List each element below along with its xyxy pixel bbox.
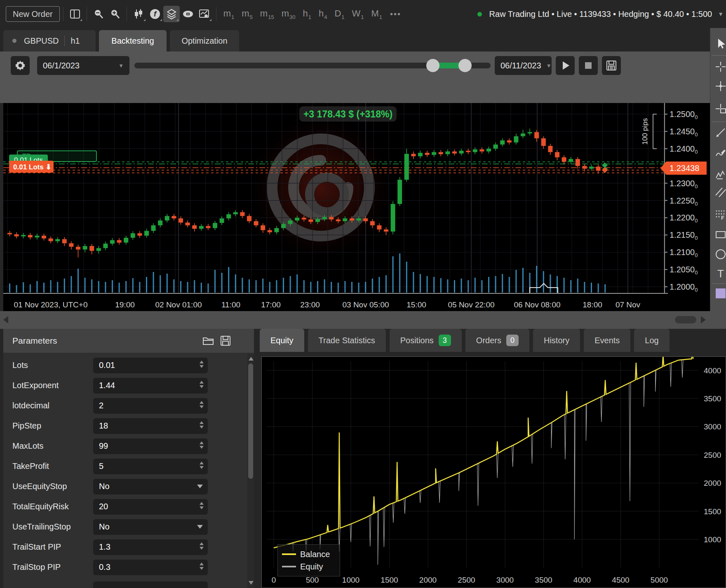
elliott-wave-icon[interactable]: [715, 169, 726, 184]
timeframe-M1[interactable]: M1: [371, 8, 383, 20]
new-order-button[interactable]: New Order: [6, 6, 60, 22]
tab-log[interactable]: Log: [634, 329, 669, 352]
spinner-arrows-icon[interactable]: [200, 421, 204, 429]
spinner-arrows-icon[interactable]: [200, 441, 204, 449]
scroll-right-icon[interactable]: [701, 316, 706, 323]
tab-trade-statistics[interactable]: Trade Statistics: [308, 329, 386, 352]
chart-scrollbar[interactable]: [0, 311, 726, 329]
param-select[interactable]: No: [93, 519, 208, 535]
stop-button[interactable]: [579, 56, 598, 75]
param-spinner[interactable]: 1.44: [93, 378, 208, 394]
save-button[interactable]: [602, 56, 621, 75]
param-spinner[interactable]: 1.3: [93, 539, 208, 555]
play-button[interactable]: [556, 56, 575, 75]
account-area[interactable]: Raw Trading Ltd • Live • 1139433 • Hedgi…: [477, 9, 724, 19]
svg-text:500: 500: [306, 576, 319, 584]
timeframe-h4[interactable]: h4: [319, 8, 327, 20]
param-spinner[interactable]: 99: [93, 438, 208, 454]
parameters-scrollbar[interactable]: [247, 354, 254, 588]
ruler-crosshair-icon[interactable]: [715, 103, 726, 118]
toolbar-separator: [127, 7, 127, 21]
spinner-arrows-icon[interactable]: [200, 461, 204, 469]
channel-icon[interactable]: [715, 186, 726, 201]
fibonacci-icon[interactable]: F: [715, 209, 726, 224]
timeframe-m15[interactable]: m15: [260, 8, 274, 20]
main-price-chart[interactable]: TP0.01 Lots0.01 Lots ⬇+3 178.43 $ (+318%…: [3, 103, 710, 311]
indicator-f-icon[interactable]: f: [147, 6, 163, 22]
toolbar-separator: [87, 7, 87, 21]
backtesting-control-panel: 06/1/2023 ▼ 06/11/2023 ▼ ✓ Visual Mode 0…: [0, 52, 710, 103]
trend-line-icon[interactable]: [715, 127, 726, 142]
equity-chart-container[interactable]: 0500100015002000250030003500400045005000…: [261, 356, 726, 588]
spinner-arrows-icon[interactable]: [200, 381, 204, 388]
watermark-logo: [244, 111, 397, 264]
parameter-partial-row: [93, 581, 208, 588]
spinner-arrows-icon[interactable]: [200, 542, 204, 550]
param-spinner[interactable]: 0.3: [93, 560, 208, 575]
scrollbar-thumb[interactable]: [675, 316, 696, 323]
param-spinner[interactable]: 18: [93, 418, 208, 434]
candlestick-chart-svg[interactable]: TP0.01 Lots0.01 Lots ⬇+3 178.43 $ (+318%…: [3, 103, 710, 311]
scroll-down-icon[interactable]: [249, 581, 254, 585]
zoom-out-icon[interactable]: [90, 6, 107, 22]
timeframe-W1[interactable]: W1: [352, 8, 364, 20]
timeframe-m5[interactable]: m5: [242, 8, 253, 20]
backtest-range-slider[interactable]: [134, 63, 491, 68]
timeframe-h1[interactable]: h1: [303, 8, 311, 20]
param-spinner[interactable]: 20: [93, 499, 208, 515]
scroll-up-icon[interactable]: [249, 357, 254, 361]
text-tool-icon[interactable]: T: [715, 268, 726, 283]
tab-label: Positions: [400, 336, 434, 345]
load-parameters-icon[interactable]: [202, 335, 214, 347]
spinner-arrows-icon[interactable]: [200, 401, 204, 408]
param-label: lotdecimal: [12, 401, 93, 410]
timeframe-m1[interactable]: m1: [223, 8, 235, 20]
save-parameters-icon[interactable]: [220, 335, 231, 347]
start-date-select[interactable]: 06/1/2023 ▼: [37, 56, 129, 75]
chart-layout-icon[interactable]: [67, 6, 83, 22]
zoom-in-icon[interactable]: [107, 6, 123, 22]
spinner-arrows-icon[interactable]: [200, 361, 204, 368]
spinner-arrows-icon[interactable]: [200, 562, 204, 570]
dot-crosshair-icon[interactable]: [715, 80, 726, 95]
freehand-draw-icon[interactable]: [715, 148, 726, 162]
tab-events[interactable]: Events: [584, 329, 630, 352]
more-timeframes-button[interactable]: •••: [390, 9, 401, 19]
backtest-settings-button[interactable]: [11, 56, 30, 75]
balance-legend-label: Balance: [300, 550, 330, 559]
end-date-select[interactable]: 06/11/2023 ▼: [495, 56, 552, 75]
scroll-left-icon[interactable]: [3, 316, 8, 323]
ellipse-icon[interactable]: [715, 248, 726, 263]
objects-layers-icon[interactable]: [163, 6, 180, 22]
tab-instrument-gbpusd[interactable]: GBPUSD h1: [3, 30, 96, 52]
param-spinner[interactable]: 2: [93, 398, 208, 414]
visibility-eye-icon[interactable]: [180, 6, 196, 22]
timeframe-letter: m: [242, 8, 249, 19]
chart-type-candles-icon[interactable]: [130, 6, 147, 22]
param-select[interactable]: No: [93, 479, 208, 494]
param-value: 1.44: [99, 381, 115, 390]
tab-orders[interactable]: Orders0: [465, 329, 529, 352]
tab-positions[interactable]: Positions3: [390, 329, 462, 352]
parameters-scroll-thumb[interactable]: [248, 363, 253, 479]
pointer-icon[interactable]: [715, 37, 726, 52]
svg-text:11:00: 11:00: [221, 300, 240, 309]
param-label: UseTrailingStop: [12, 522, 93, 532]
range-end-handle[interactable]: [458, 59, 472, 72]
tab-equity[interactable]: Equity: [260, 329, 304, 352]
param-spinner[interactable]: 0.01: [93, 358, 208, 373]
tab-backtesting[interactable]: Backtesting: [99, 30, 167, 52]
tab-history[interactable]: History: [533, 329, 580, 352]
timeframe-D1[interactable]: D1: [334, 8, 344, 20]
tab-optimization[interactable]: Optimization: [170, 30, 239, 52]
range-start-handle[interactable]: [426, 59, 439, 72]
toolbar-separator: [712, 283, 726, 284]
timeframe-m30[interactable]: m30: [282, 8, 296, 20]
crosshair-icon[interactable]: [715, 61, 726, 76]
spinner-arrows-icon[interactable]: [200, 502, 204, 509]
color-swatch-icon[interactable]: [715, 288, 726, 302]
chart-settings-icon[interactable]: [196, 6, 213, 22]
param-spinner[interactable]: 5: [93, 459, 208, 474]
rectangle-icon[interactable]: [715, 229, 726, 244]
account-caret-icon[interactable]: ▼: [718, 11, 724, 17]
